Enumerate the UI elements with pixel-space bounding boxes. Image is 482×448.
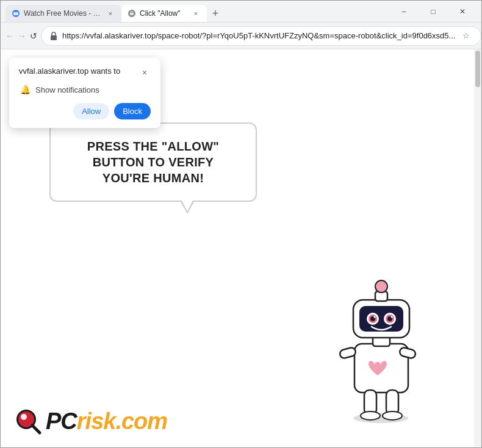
forward-button[interactable]: → (18, 27, 26, 44)
svg-point-27 (375, 280, 387, 293)
address-input-wrapper[interactable]: https://vvfal.alaskariver.top/space-robo… (41, 26, 481, 46)
pcrisk-logo: PCrisk.com (13, 406, 167, 436)
svg-point-30 (21, 414, 27, 420)
scrollbar[interactable] (474, 49, 481, 447)
popup-actions: Allow Block (19, 103, 151, 119)
minimize-button[interactable]: – (390, 1, 418, 23)
block-button[interactable]: Block (114, 103, 151, 119)
tab-allow[interactable]: Click "Allow" × (121, 5, 207, 22)
permission-text: Show notifications (35, 85, 99, 94)
bubble-text: PRESS THE "ALLOW" BUTTON TO VERIFY YOU'R… (68, 138, 239, 186)
tab2-close[interactable]: × (191, 9, 201, 18)
speech-bubble: PRESS THE "ALLOW" BUTTON TO VERIFY YOU'R… (49, 123, 257, 202)
popup-permission-row: 🔔 Show notifications (19, 85, 151, 94)
svg-point-24 (374, 316, 376, 318)
popup-close-button[interactable]: × (138, 66, 151, 79)
svg-rect-5 (51, 35, 57, 40)
tab-bar: Watch Free Movies - 123movie... × Click … (1, 1, 385, 22)
reload-button[interactable]: ↺ (30, 27, 37, 44)
tab1-favicon (12, 9, 20, 18)
notification-popup: vvfal.alaskariver.top wants to × 🔔 Show … (9, 58, 160, 128)
window-controls: – □ ✕ (385, 1, 481, 22)
svg-point-14 (383, 411, 402, 420)
bell-icon: 🔔 (20, 85, 31, 94)
close-button[interactable]: ✕ (448, 1, 477, 23)
allow-button[interactable]: Allow (73, 103, 109, 119)
title-bar: Watch Free Movies - 123movie... × Click … (1, 1, 481, 23)
tab2-favicon (128, 9, 136, 18)
popup-title: vvfal.alaskariver.top wants to (19, 66, 120, 76)
scrollbar-thumb[interactable] (475, 51, 480, 87)
pcrisk-logo-icon (13, 406, 43, 436)
address-url: https://vvfal.alaskariver.top/space-robo… (62, 31, 455, 40)
svg-point-13 (361, 411, 380, 420)
svg-rect-17 (359, 306, 403, 332)
robot-svg (323, 265, 433, 423)
browser-window: Watch Free Movies - 123movie... × Click … (0, 0, 482, 448)
content-area: vvfal.alaskariver.top wants to × 🔔 Show … (1, 49, 481, 447)
back-button[interactable]: ← (5, 27, 14, 44)
maximize-button[interactable]: □ (419, 1, 447, 23)
svg-point-25 (391, 316, 393, 318)
pcrisk-logo-text: PCrisk.com (46, 408, 167, 435)
bookmark-button[interactable]: ☆ (459, 29, 473, 43)
svg-rect-1 (13, 12, 18, 15)
address-bar: ← → ↺ https://vvfal.alaskariver.top/spac… (1, 23, 481, 49)
tab-movies[interactable]: Watch Free Movies - 123movie... × (5, 5, 121, 22)
tab2-label: Click "Allow" (140, 9, 187, 18)
tab1-label: Watch Free Movies - 123movie... (24, 9, 102, 18)
logo-pc: PC (46, 408, 77, 434)
robot-illustration (323, 265, 433, 423)
svg-line-31 (32, 425, 40, 433)
logo-risk: risk.com (77, 408, 167, 434)
security-icon (49, 31, 59, 41)
address-icons: ☆ (459, 29, 473, 43)
new-tab-button[interactable]: + (207, 5, 224, 22)
popup-header: vvfal.alaskariver.top wants to × (19, 66, 151, 79)
tab1-close[interactable]: × (106, 9, 115, 18)
